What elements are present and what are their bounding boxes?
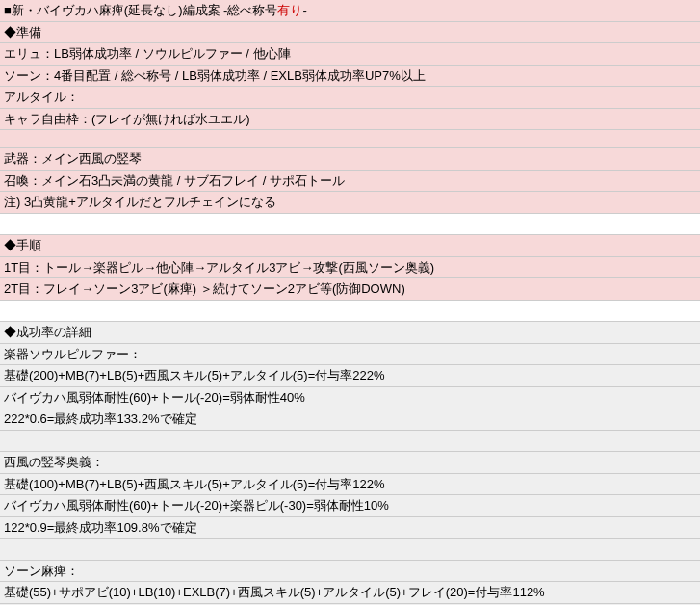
prep-row: エリュ：LB弱体成功率 / ソウルピルファー / 他心陣 [0, 43, 700, 66]
prep-row: キャラ自由枠：(フレイが無ければ水ユエル) [0, 109, 700, 131]
details-header: ◆成功率の詳細 [0, 322, 700, 344]
steps-header: ◆手順 [0, 235, 700, 257]
title-suffix: - [302, 3, 306, 17]
spacer-row [0, 431, 700, 453]
detail-line: 基礎(100)+MB(7)+LB(5)+西風スキル(5)+アルタイル(5)=付与… [0, 474, 700, 496]
section-title: 楽器ソウルピルファー： [0, 344, 700, 366]
prep-row: 召喚：メイン石3凸未満の黄龍 / サブ石フレイ / サポ石トール [0, 171, 700, 193]
prep-header: ◆準備 [0, 22, 700, 44]
detail-line: 222*0.6=最終成功率133.2%で確定 [0, 408, 700, 431]
spacer-row [0, 301, 700, 323]
step-row: 1T目：トール→楽器ピル→他心陣→アルタイル3アビ→攻撃(西風ソーン奥義) [0, 257, 700, 279]
section-title: 西風の竪琴奥義： [0, 452, 700, 474]
prep-row: 武器：メイン西風の竪琴 [0, 148, 700, 171]
detail-line: バイヴカハ風弱体耐性(60)+トール(-20)=弱体耐性40% [0, 387, 700, 409]
detail-line: バイヴカハ風弱体耐性(60)+トール(-20)+楽器ピル(-30)=弱体耐性10… [0, 495, 700, 517]
title-row: ■新・バイヴカハ麻痺(延長なし)編成案 -総べ称号有り- [0, 0, 700, 22]
prep-row: 注) 3凸黄龍+アルタイルだとフルチェインになる [0, 192, 700, 214]
detail-line: 基礎(55)+サポアビ(10)+LB(10)+EXLB(7)+西風スキル(5)+… [0, 582, 700, 604]
prep-row: ソーン：4番目配置 / 総べ称号 / LB弱体成功率 / EXLB弱体成功率UP… [0, 66, 700, 88]
title-prefix: ■新・バイヴカハ麻痺(延長なし)編成案 -総べ称号 [4, 3, 277, 17]
title-highlight: 有り [277, 3, 302, 17]
spacer-row [0, 214, 700, 236]
detail-line: 基礎(200)+MB(7)+LB(5)+西風スキル(5)+アルタイル(5)=付与… [0, 365, 700, 387]
section-title: ソーン麻痺： [0, 561, 700, 583]
spacer-row [0, 539, 700, 561]
prep-row-empty [0, 130, 700, 148]
prep-row: アルタイル： [0, 87, 700, 109]
step-row: 2T目：フレイ→ソーン3アビ(麻痺) ＞続けてソーン2アビ等(防御DOWN) [0, 278, 700, 301]
detail-line: 122*0.9=最終成功率109.8%で確定 [0, 517, 700, 539]
